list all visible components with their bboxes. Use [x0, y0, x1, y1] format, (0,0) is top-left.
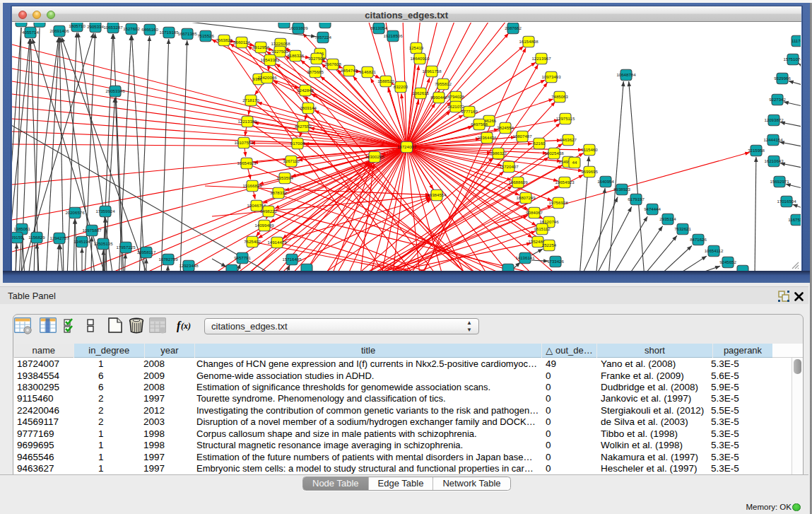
svg-text:7625402: 7625402 [244, 239, 261, 244]
svg-text:1353594: 1353594 [276, 175, 293, 180]
svg-text:11174: 11174 [792, 38, 801, 43]
svg-text:12213967: 12213967 [531, 56, 551, 61]
svg-text:19218506: 19218506 [383, 33, 403, 38]
svg-text:18300295: 18300295 [365, 154, 384, 159]
svg-text:2803144: 2803144 [300, 105, 317, 110]
svg-text:12093872: 12093872 [764, 117, 784, 122]
svg-text:19166825: 19166825 [242, 183, 262, 188]
svg-text:2967608: 2967608 [324, 62, 341, 66]
svg-text:2718170: 2718170 [242, 98, 259, 103]
svg-text:6497568: 6497568 [471, 122, 488, 127]
svg-text:8990448: 8990448 [430, 95, 447, 100]
svg-text:252254: 252254 [542, 243, 557, 247]
svg-text:8427552: 8427552 [295, 124, 312, 129]
svg-text:20206576: 20206576 [65, 210, 85, 215]
svg-text:8186328: 8186328 [287, 53, 304, 58]
svg-text:13226058: 13226058 [271, 41, 290, 46]
svg-text:1588520: 1588520 [377, 78, 394, 83]
svg-text:3875685: 3875685 [307, 69, 324, 74]
svg-text:14914479: 14914479 [267, 240, 287, 245]
svg-text:6466160: 6466160 [141, 27, 158, 32]
svg-text:10107552: 10107552 [234, 140, 254, 145]
svg-text:9245652: 9245652 [719, 259, 736, 264]
svg-text:18640910: 18640910 [410, 56, 430, 61]
svg-text:15720407: 15720407 [499, 164, 519, 169]
svg-text:8471626: 8471626 [690, 237, 707, 242]
svg-text:9084067: 9084067 [526, 210, 543, 215]
svg-text:22420046: 22420046 [257, 75, 277, 80]
svg-text:12444154: 12444154 [763, 137, 783, 142]
svg-text:17016504: 17016504 [777, 199, 796, 204]
svg-text:7857224: 7857224 [314, 35, 331, 40]
svg-text:8813054: 8813054 [370, 25, 387, 30]
svg-text:6794028: 6794028 [447, 94, 464, 99]
svg-text:20691406: 20691406 [49, 28, 69, 33]
svg-text:18724007: 18724007 [397, 144, 417, 149]
svg-text:2935114: 2935114 [659, 216, 676, 221]
svg-text:3498222: 3498222 [260, 209, 277, 214]
svg-text:2905334: 2905334 [87, 24, 104, 29]
svg-text:7955812: 7955812 [435, 81, 452, 86]
svg-text:1615112: 1615112 [534, 226, 551, 231]
svg-text:10654112: 10654112 [705, 248, 724, 253]
svg-text:10648784: 10648784 [616, 72, 636, 77]
svg-text:1362615: 1362615 [412, 90, 429, 95]
svg-text:10973493: 10973493 [541, 74, 561, 79]
svg-text:10025438: 10025438 [544, 151, 564, 156]
svg-text:8938923: 8938923 [613, 187, 630, 192]
svg-text:15692971: 15692971 [770, 179, 789, 184]
svg-text:10975887: 10975887 [82, 228, 102, 233]
svg-text:(x): (x) [181, 321, 191, 331]
svg-text:9777169: 9777169 [461, 109, 478, 114]
svg-text:3215958: 3215958 [748, 148, 765, 153]
svg-text:15751074: 15751074 [783, 57, 801, 62]
svg-text:7986322: 7986322 [490, 151, 507, 156]
svg-text:16210643: 16210643 [764, 158, 784, 163]
svg-text:18807249: 18807249 [516, 195, 536, 200]
svg-text:1621072: 1621072 [447, 104, 464, 109]
svg-text:1156829: 1156829 [28, 235, 45, 240]
svg-text:9699695: 9699695 [581, 169, 598, 174]
svg-text:8660124: 8660124 [233, 40, 250, 45]
svg-text:39159: 39159 [12, 235, 23, 240]
svg-text:6179197: 6179197 [628, 197, 645, 201]
svg-text:12505135: 12505135 [93, 241, 113, 246]
svg-text:16033809: 16033809 [288, 25, 308, 30]
svg-text:2087662: 2087662 [505, 25, 522, 30]
svg-text:1527602: 1527602 [123, 26, 140, 31]
svg-text:12942757: 12942757 [49, 235, 69, 240]
svg-text:9327500: 9327500 [271, 49, 288, 54]
svg-text:29053346: 29053346 [105, 88, 125, 93]
svg-text:9227342: 9227342 [769, 97, 786, 102]
svg-text:9457791: 9457791 [234, 255, 251, 260]
svg-text:7663822: 7663822 [216, 37, 233, 42]
svg-text:16154808: 16154808 [519, 39, 539, 44]
svg-text:10807487: 10807487 [512, 134, 532, 139]
svg-text:19384554: 19384554 [427, 192, 447, 197]
svg-text:9115460: 9115460 [581, 147, 598, 152]
svg-text:9329966: 9329966 [774, 76, 791, 81]
svg-text:12975115: 12975115 [556, 116, 575, 121]
svg-text:20364436: 20364436 [477, 135, 497, 140]
svg-text:10653287: 10653287 [103, 25, 123, 30]
svg-text:62160: 62160 [534, 141, 546, 146]
svg-text:12923448: 12923448 [179, 263, 199, 268]
svg-text:14099489: 14099489 [254, 223, 274, 228]
svg-text:9463627: 9463627 [560, 137, 577, 142]
svg-text:1640954: 1640954 [597, 179, 614, 184]
svg-text:10654923: 10654923 [237, 160, 257, 165]
svg-text:9242848: 9242848 [297, 88, 314, 93]
svg-text:9474444: 9474444 [644, 206, 661, 211]
svg-text:917004: 917004 [290, 141, 305, 146]
svg-text:1733426: 1733426 [547, 259, 564, 264]
svg-text:14136141: 14136141 [515, 255, 535, 260]
svg-text:3267110: 3267110 [283, 158, 300, 163]
svg-text:7485063: 7485063 [551, 94, 568, 99]
svg-text:10958117: 10958117 [137, 250, 156, 255]
svg-text:1345194: 1345194 [73, 239, 90, 244]
svg-text:10688609: 10688609 [508, 180, 528, 185]
svg-text:1167531: 1167531 [788, 217, 801, 222]
svg-text:10543382: 10543382 [260, 57, 280, 62]
svg-text:8454749: 8454749 [341, 68, 358, 73]
svg-text:3824554: 3824554 [497, 125, 514, 130]
